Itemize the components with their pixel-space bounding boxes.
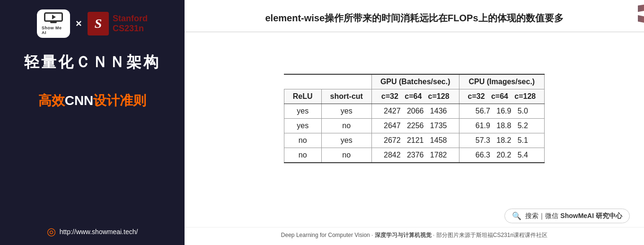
search-text-bold: ShowMeAI 研究中心 (560, 212, 622, 219)
search-bar-area: 🔍 搜索｜微信 ShowMeAI 研究中心 (185, 205, 644, 227)
stanford-text: Stanford CS231n (113, 14, 148, 34)
th-relu: ReLU (284, 89, 321, 104)
search-icon: 🔍 (512, 211, 521, 220)
showmeai-logo: Show Me AI (37, 9, 70, 38)
table-row: yes no 2647 2256 1735 61.9 18.8 5.2 (284, 119, 544, 133)
footer: Deep Learning for Computer Vision · 深度学习… (185, 227, 644, 245)
footer-bold: 深度学习与计算机视觉 (375, 232, 432, 238)
table-row: yes yes 2427 2066 1436 56.7 16.9 5.0 (284, 104, 544, 119)
table-row: no yes 2672 2121 1458 57.3 18.2 5.1 (284, 133, 544, 148)
td-gpu-1: 2427 2066 1436 (371, 104, 459, 119)
td-shortcut-4: no (321, 148, 371, 163)
main-header: element-wise操作所带来的时间消耗远比在FLOPs上的体现的数值要多 (185, 0, 644, 32)
stanford-logo: S Stanford CS231n (88, 12, 148, 35)
search-text-plain: 搜索｜微信 (525, 212, 558, 219)
td-gpu-3: 2672 2121 1458 (371, 133, 459, 148)
search-bar[interactable]: 🔍 搜索｜微信 ShowMeAI 研究中心 (504, 209, 630, 223)
th-gpu-vals: c=32 c=64 c=128 (371, 89, 459, 104)
compass-icon: ◎ (47, 226, 56, 238)
td-relu-4: no (284, 148, 321, 163)
td-relu-3: no (284, 133, 321, 148)
logo-area: Show Me AI × S Stanford CS231n (37, 9, 148, 38)
x-separator: × (76, 18, 82, 30)
monitor-icon (44, 12, 63, 22)
th-cpu: CPU (Images/sec.) (459, 74, 545, 89)
td-cpu-3: 57.3 18.2 5.1 (459, 133, 545, 148)
search-label: 搜索｜微信 ShowMeAI 研究中心 (525, 212, 622, 220)
td-shortcut-2: no (321, 119, 371, 133)
td-cpu-2: 61.9 18.8 5.2 (459, 119, 545, 133)
th-gpu: GPU (Batches/sec.) (371, 74, 459, 89)
td-gpu-2: 2647 2256 1735 (371, 119, 459, 133)
main-content: ShowMeAI element-wise操作所带来的时间消耗远比在FLOPs上… (185, 0, 644, 245)
sidebar-title: 轻量化ＣＮＮ架构 (24, 52, 160, 73)
td-gpu-4: 2842 2376 1782 (371, 148, 459, 163)
table-header-row2: ReLU short-cut c=32 c=64 c=128 c=32 c=64… (284, 89, 544, 104)
subtitle-part2: 设计准则 (93, 93, 146, 108)
td-shortcut-1: yes (321, 104, 371, 119)
th-empty2 (321, 74, 371, 89)
td-cpu-4: 66.3 20.2 5.4 (459, 148, 545, 163)
stanford-s-logo: S (88, 12, 109, 35)
subtitle-part1: 高效 (38, 93, 65, 108)
td-shortcut-3: yes (321, 133, 371, 148)
footer-text: Deep Learning for Computer Vision · 深度学习… (281, 232, 547, 238)
table-row: no no 2842 2376 1782 66.3 20.2 5.4 (284, 148, 544, 163)
td-cpu-1: 56.7 16.9 5.0 (459, 104, 545, 119)
url-text[interactable]: http://www.showmeai.tech/ (60, 228, 138, 236)
td-relu-1: yes (284, 104, 321, 119)
subtitle-cnn: CNN (65, 93, 94, 108)
stanford-name: Stanford (113, 14, 148, 24)
sidebar-url-area: ◎ http://www.showmeai.tech/ (47, 226, 138, 238)
watermark: ShowMeAI (629, 0, 644, 26)
th-empty1 (284, 74, 321, 89)
play-icon (52, 15, 56, 19)
th-cpu-vals: c=32 c=64 c=128 (459, 89, 545, 104)
sidebar-subtitle: 高效CNN设计准则 (38, 92, 147, 110)
table-container: GPU (Batches/sec.) CPU (Images/sec.) ReL… (185, 32, 644, 205)
showmeai-text: Show Me AI (42, 26, 65, 35)
th-shortcut: short-cut (321, 89, 371, 104)
stanford-course: CS231n (113, 24, 148, 34)
td-relu-2: yes (284, 119, 321, 133)
data-table: GPU (Batches/sec.) CPU (Images/sec.) ReL… (284, 74, 545, 163)
table-header-row1: GPU (Batches/sec.) CPU (Images/sec.) (284, 74, 544, 89)
sidebar: Show Me AI × S Stanford CS231n 轻量化ＣＮＮ架构 … (0, 0, 185, 245)
